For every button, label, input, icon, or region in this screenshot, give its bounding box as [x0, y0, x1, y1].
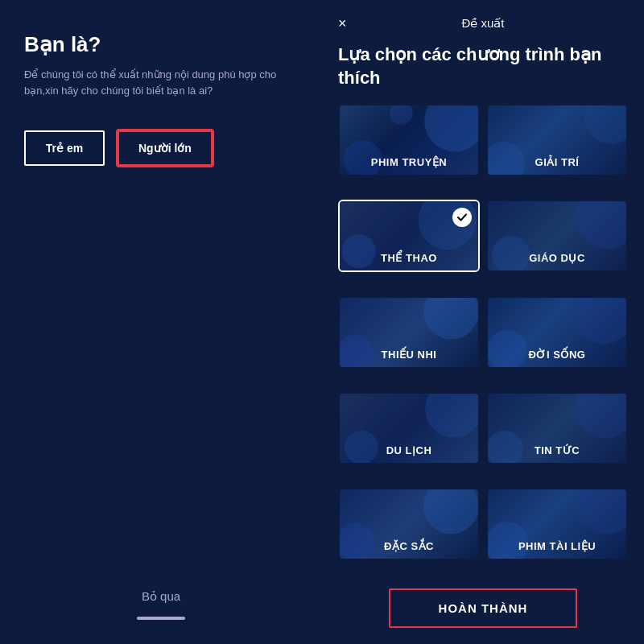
category-giai-tri[interactable]: GIẢI TRÍ: [486, 104, 628, 176]
close-icon[interactable]: ×: [338, 15, 347, 32]
right-main-title: Lựa chọn các chương trình bạn thích: [338, 43, 628, 89]
right-header: × Đề xuất: [338, 16, 628, 31]
svg-point-17: [423, 489, 478, 534]
category-phim-truyen[interactable]: PHIM TRUYỆN: [338, 104, 480, 176]
category-label: ĐỜI SỐNG: [488, 342, 626, 367]
bottom-bar-indicator: [137, 617, 185, 620]
btn-adult[interactable]: Người lớn: [118, 130, 213, 166]
category-the-thao[interactable]: THỂ THAO: [338, 200, 480, 272]
category-label: TIN TỨC: [488, 438, 626, 463]
svg-point-15: [574, 394, 626, 438]
svg-point-3: [584, 105, 626, 144]
category-label: THIẾU NHI: [340, 342, 478, 367]
svg-point-2: [390, 105, 413, 125]
category-label: DU LỊCH: [340, 438, 478, 463]
left-subtitle: Để chúng tôi có thể xuất những nội dung …: [24, 67, 298, 98]
complete-button[interactable]: HOÀN THÀNH: [389, 588, 578, 628]
category-phim-tai-lieu[interactable]: PHIM TÀI LIỆU: [486, 488, 628, 560]
category-label: THỂ THAO: [340, 246, 478, 270]
svg-point-19: [578, 489, 626, 534]
category-label: GIÁO DỤC: [488, 246, 626, 270]
category-label: ĐẶC SẮC: [340, 534, 478, 559]
category-giao-duc[interactable]: GIÁO DỤC: [486, 200, 628, 272]
category-label: GIẢI TRÍ: [488, 150, 626, 175]
right-header-title: Đề xuất: [461, 16, 504, 31]
svg-point-7: [575, 201, 626, 249]
category-thieu-nhi[interactable]: THIẾU NHI: [338, 296, 480, 369]
right-panel: × Đề xuất Lựa chọn các chương trình bạn …: [322, 0, 644, 644]
btn-children[interactable]: Trẻ em: [24, 130, 105, 166]
category-label: PHIM TÀI LIỆU: [488, 534, 626, 559]
svg-point-0: [424, 105, 478, 151]
categories-grid: PHIM TRUYỆN GIẢI TRÍ THỂ THAO: [338, 104, 628, 577]
category-doi-song[interactable]: ĐỜI SỐNG: [486, 296, 628, 369]
category-du-lich[interactable]: DU LỊCH: [338, 392, 480, 464]
user-type-buttons: Trẻ em Người lớn: [24, 130, 298, 166]
svg-point-9: [423, 298, 478, 340]
category-label: PHIM TRUYỆN: [340, 150, 478, 175]
category-dac-sac[interactable]: ĐẶC SẮC: [338, 488, 480, 560]
svg-point-5: [418, 201, 477, 250]
svg-point-13: [425, 394, 478, 437]
svg-point-11: [574, 298, 626, 344]
bottom-section: HOÀN THÀNH: [338, 577, 628, 628]
category-tin-tuc[interactable]: TIN TỨC: [486, 392, 628, 464]
left-title: Bạn là?: [24, 32, 298, 57]
left-panel: Bạn là? Để chúng tôi có thể xuất những n…: [0, 0, 322, 644]
skip-link[interactable]: Bỏ qua: [142, 589, 180, 604]
